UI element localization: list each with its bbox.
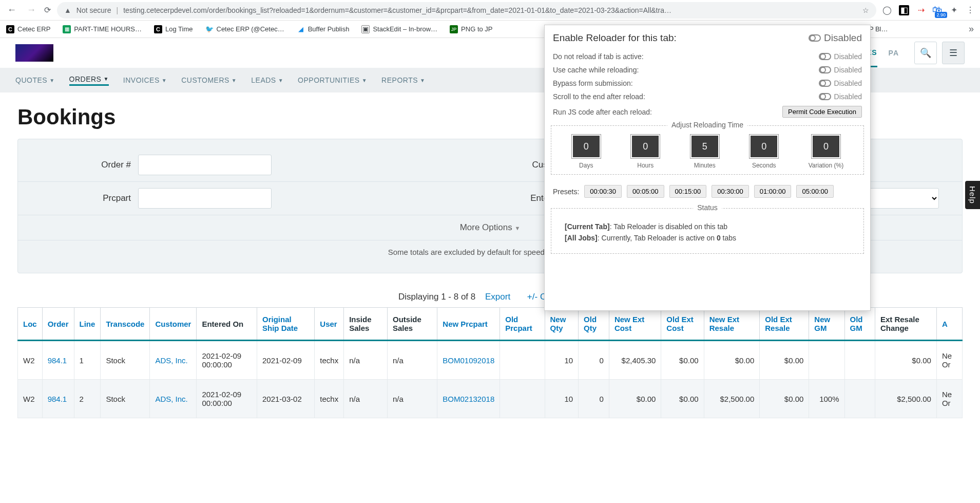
bookmarks-overflow-icon[interactable]: » xyxy=(969,24,974,34)
chrome-menu-icon[interactable]: ⋮ xyxy=(966,6,975,15)
reloader-ext-icon[interactable]: ◯ xyxy=(882,6,892,15)
th-oldext[interactable]: Old Ext Cost xyxy=(661,308,704,341)
address-bar[interactable]: ▲ Not secure | testing.cetecerpdevel.com… xyxy=(57,2,876,18)
cell-user: techx xyxy=(315,341,344,380)
variation-input[interactable]: 0 xyxy=(811,134,841,159)
seconds-input[interactable]: 0 xyxy=(749,134,779,159)
th-oldqty[interactable]: Old Qty xyxy=(579,308,609,341)
th-oldprc[interactable]: Old Prcpart xyxy=(500,308,545,341)
cell-order[interactable]: 984.1 xyxy=(42,380,74,418)
th-extchg[interactable]: Ext Resale Change xyxy=(875,308,936,341)
th-newqty[interactable]: New Qty xyxy=(545,308,579,341)
hours-label: Hours xyxy=(630,162,660,169)
th-inside[interactable]: Inside Sales xyxy=(344,308,388,341)
th-oldgm[interactable]: Old GM xyxy=(844,308,875,341)
toggle-icon xyxy=(819,66,831,73)
cell-newprc[interactable]: BOM01092018 xyxy=(437,341,500,380)
popup-master-toggle[interactable]: Disabled xyxy=(809,32,862,44)
th-line[interactable]: Line xyxy=(74,308,101,341)
bookmark-buffer[interactable]: ◢Buffer Publish xyxy=(297,25,350,33)
export-link[interactable]: Export xyxy=(485,292,510,302)
th-a[interactable]: A xyxy=(936,308,962,341)
adjust-legend: Adjust Reloading Time xyxy=(667,121,747,129)
status-all-label: [All Jobs] xyxy=(565,234,598,242)
cell-outside: n/a xyxy=(388,380,437,418)
preset-button[interactable]: 00:15:00 xyxy=(669,185,707,198)
minutes-input[interactable]: 5 xyxy=(690,134,720,159)
popup-opt-label: Use cache while reloading: xyxy=(553,66,639,74)
hours-input[interactable]: 0 xyxy=(630,134,660,159)
cell-oldext: $0.00 xyxy=(661,341,704,380)
th-newgm[interactable]: New GM xyxy=(809,308,844,341)
back-button[interactable]: ← xyxy=(5,3,18,17)
cell-newprc[interactable]: BOM02132018 xyxy=(437,380,500,418)
bookmark-cetec[interactable]: CCetec ERP xyxy=(6,25,50,33)
th-customer[interactable]: Customer xyxy=(150,308,197,341)
reload-button[interactable]: ⟳ xyxy=(44,5,51,15)
bookmark-logtime[interactable]: CLog Time xyxy=(154,25,193,33)
help-tab[interactable]: Help xyxy=(965,181,980,209)
th-order[interactable]: Order xyxy=(42,308,74,341)
cell-newres: $0.00 xyxy=(704,341,760,380)
popup-opt-toggle[interactable]: Disabled xyxy=(819,92,862,101)
chevron-down-icon: ▼ xyxy=(514,225,520,231)
star-icon[interactable]: ☆ xyxy=(862,6,869,14)
ext-icon-2[interactable]: ◧ xyxy=(899,5,909,15)
reloader-popup: Enable Reloader for this tab: Disabled D… xyxy=(544,25,871,311)
bookmark-png[interactable]: JPPNG to JP xyxy=(450,25,492,33)
order-label: Order # xyxy=(28,160,131,170)
order-input[interactable] xyxy=(138,155,272,175)
subnav-leads[interactable]: LEADS ▼ xyxy=(251,76,283,84)
subnav-invoices[interactable]: INVOICES ▼ xyxy=(123,76,167,84)
popup-opt-toggle[interactable]: Disabled xyxy=(819,79,862,87)
ext-icon-3[interactable]: ⇢ xyxy=(916,6,926,15)
preset-button[interactable]: 00:00:30 xyxy=(584,185,622,198)
search-button[interactable]: 🔍 xyxy=(914,42,937,64)
popup-opt-label: Bypass form submission: xyxy=(553,79,633,87)
preset-button[interactable]: 00:05:00 xyxy=(627,185,664,198)
th-newext[interactable]: New Ext Cost xyxy=(609,308,661,341)
shopping-ext-icon[interactable]: 🛍2.90 xyxy=(933,6,942,15)
nav-par[interactable]: PA xyxy=(889,40,899,66)
extensions-icon[interactable]: ✦ xyxy=(949,6,958,15)
results-count: Displaying 1 - 8 of 8 xyxy=(398,292,475,302)
preset-button[interactable]: 05:00:00 xyxy=(796,185,834,198)
site-logo[interactable] xyxy=(15,44,53,62)
th-newprc[interactable]: New Prcpart xyxy=(437,308,500,341)
divider: | xyxy=(117,6,119,14)
cell-loc: W2 xyxy=(18,341,43,380)
cell-inside: n/a xyxy=(344,380,388,418)
prcpart-input[interactable] xyxy=(138,188,272,209)
cell-inside: n/a xyxy=(344,341,388,380)
cell-outside: n/a xyxy=(388,341,437,380)
subnav-opportunities[interactable]: OPPORTUNITIES ▼ xyxy=(298,76,367,84)
menu-button[interactable]: ☰ xyxy=(942,42,965,64)
subnav-orders[interactable]: ORDERS ▼ xyxy=(69,75,109,86)
bookmark-stackedit[interactable]: ▣StackEdit – In-brow… xyxy=(361,25,437,33)
cell-newqty: 10 xyxy=(545,341,579,380)
th-outside[interactable]: Outside Sales xyxy=(388,308,437,341)
cell-customer[interactable]: ADS, Inc. xyxy=(150,341,197,380)
bookmark-twitter[interactable]: 🐦Cetec ERP (@Cetec… xyxy=(205,25,284,33)
th-loc[interactable]: Loc xyxy=(18,308,43,341)
th-oldres[interactable]: Old Ext Resale xyxy=(760,308,809,341)
th-newres[interactable]: New Ext Resale xyxy=(704,308,760,341)
th-transcode[interactable]: Transcode xyxy=(101,308,150,341)
permit-button[interactable]: Permit Code Execution xyxy=(782,106,862,118)
subnav-reports[interactable]: REPORTS ▼ xyxy=(381,76,425,84)
preset-button[interactable]: 01:00:00 xyxy=(754,185,792,198)
preset-button[interactable]: 00:30:00 xyxy=(712,185,749,198)
subnav-customers[interactable]: CUSTOMERS ▼ xyxy=(181,76,237,84)
cell-order[interactable]: 984.1 xyxy=(42,341,74,380)
cell-line: 2 xyxy=(74,380,101,418)
forward-button[interactable]: → xyxy=(25,3,38,17)
popup-opt-toggle[interactable]: Disabled xyxy=(819,66,862,74)
th-entered[interactable]: Entered On xyxy=(197,308,257,341)
subnav-quotes[interactable]: QUOTES ▼ xyxy=(15,76,55,84)
bookmark-hours[interactable]: ▦PART-TIME HOURS… xyxy=(63,25,142,33)
days-input[interactable]: 0 xyxy=(571,134,601,159)
th-user[interactable]: User xyxy=(315,308,344,341)
th-origship[interactable]: Original Ship Date xyxy=(257,308,315,341)
popup-opt-toggle[interactable]: Disabled xyxy=(819,52,862,61)
cell-customer[interactable]: ADS, Inc. xyxy=(150,380,197,418)
